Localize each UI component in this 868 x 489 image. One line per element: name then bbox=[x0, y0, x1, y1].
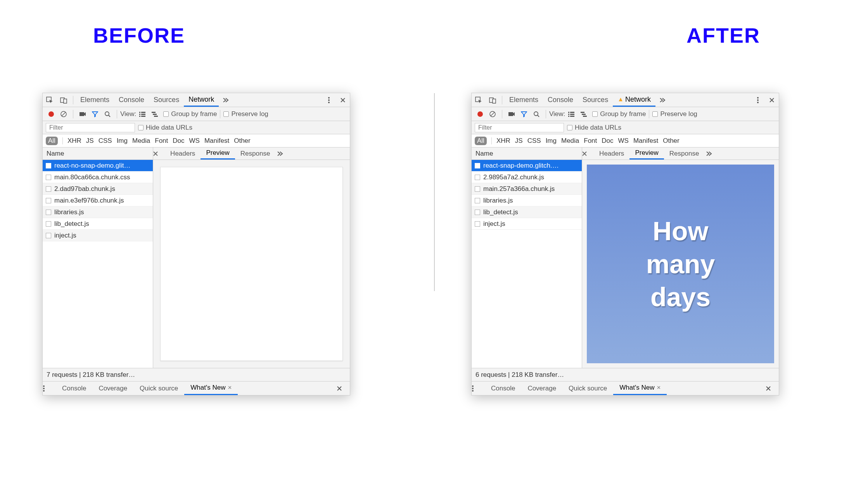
chip-css[interactable]: CSS bbox=[99, 137, 112, 145]
chip-ws[interactable]: WS bbox=[618, 137, 629, 145]
chip-all[interactable]: All bbox=[475, 137, 487, 145]
chip-doc[interactable]: Doc bbox=[602, 137, 613, 145]
chip-xhr[interactable]: XHR bbox=[67, 137, 81, 145]
close-drawer-icon[interactable] bbox=[766, 386, 779, 391]
chip-js[interactable]: JS bbox=[86, 137, 94, 145]
inspect-icon[interactable] bbox=[472, 94, 485, 106]
device-toggle-icon[interactable] bbox=[57, 94, 70, 106]
detail-tabs-overflow-icon[interactable] bbox=[706, 151, 712, 156]
request-row[interactable]: inject.js bbox=[43, 230, 153, 241]
close-devtools-icon[interactable] bbox=[766, 94, 778, 106]
record-button[interactable] bbox=[46, 109, 57, 120]
detail-tab-headers[interactable]: Headers bbox=[594, 147, 629, 160]
request-row[interactable]: main.e3ef976b.chunk.js bbox=[43, 195, 153, 206]
request-row[interactable]: libraries.js bbox=[43, 206, 153, 218]
clear-icon[interactable] bbox=[58, 109, 69, 120]
tab-sources[interactable]: Sources bbox=[149, 93, 184, 107]
hide-data-urls-checkbox[interactable]: Hide data URLs bbox=[138, 124, 192, 132]
drawer-tab-whats-new[interactable]: What's New× bbox=[613, 381, 667, 395]
request-row[interactable]: react-snap-demo.glitch.… bbox=[472, 160, 582, 172]
filter-input[interactable] bbox=[46, 123, 135, 132]
close-tab-icon[interactable]: × bbox=[657, 384, 661, 392]
close-detail-icon[interactable] bbox=[582, 151, 594, 156]
drawer-menu-icon[interactable] bbox=[472, 385, 485, 392]
tab-network[interactable]: ▲Network bbox=[613, 93, 655, 107]
tab-elements[interactable]: Elements bbox=[505, 93, 543, 107]
view-waterfall-icon[interactable] bbox=[578, 109, 589, 120]
search-icon[interactable] bbox=[531, 109, 542, 120]
chip-other[interactable]: Other bbox=[234, 137, 251, 145]
device-toggle-icon[interactable] bbox=[486, 94, 499, 106]
request-row[interactable]: inject.js bbox=[472, 218, 582, 230]
view-list-icon[interactable] bbox=[137, 109, 148, 120]
chip-other[interactable]: Other bbox=[663, 137, 680, 145]
drawer-tab-coverage[interactable]: Coverage bbox=[521, 381, 562, 395]
group-by-frame-checkbox[interactable]: Group by frame bbox=[592, 110, 646, 118]
column-name[interactable]: Name bbox=[43, 147, 153, 160]
chip-doc[interactable]: Doc bbox=[173, 137, 184, 145]
record-button[interactable] bbox=[475, 109, 486, 120]
drawer-menu-icon[interactable] bbox=[43, 385, 56, 392]
drawer-tab-console[interactable]: Console bbox=[56, 381, 92, 395]
clear-icon[interactable] bbox=[487, 109, 498, 120]
chip-ws[interactable]: WS bbox=[189, 137, 200, 145]
tab-network[interactable]: Network bbox=[184, 93, 219, 107]
request-row[interactable]: react-no-snap-demo.glit… bbox=[43, 160, 153, 172]
preserve-log-checkbox[interactable]: Preserve log bbox=[652, 110, 697, 118]
drawer-tab-coverage[interactable]: Coverage bbox=[92, 381, 133, 395]
close-tab-icon[interactable]: × bbox=[228, 384, 232, 392]
camera-icon[interactable] bbox=[506, 109, 517, 120]
hide-data-urls-checkbox[interactable]: Hide data URLs bbox=[567, 124, 621, 132]
detail-tab-preview[interactable]: Preview bbox=[201, 147, 235, 160]
search-icon[interactable] bbox=[102, 109, 113, 120]
drawer-tab-whats-new[interactable]: What's New× bbox=[184, 381, 238, 395]
detail-tab-preview[interactable]: Preview bbox=[629, 147, 664, 160]
column-name[interactable]: Name bbox=[472, 147, 582, 160]
detail-tab-headers[interactable]: Headers bbox=[165, 147, 201, 160]
tab-sources[interactable]: Sources bbox=[578, 93, 613, 107]
tab-console[interactable]: Console bbox=[543, 93, 578, 107]
chip-font[interactable]: Font bbox=[155, 137, 168, 145]
kebab-menu-icon[interactable] bbox=[752, 94, 764, 106]
chip-all[interactable]: All bbox=[46, 137, 58, 145]
detail-tab-response[interactable]: Response bbox=[664, 147, 705, 160]
drawer-tab-quick-source[interactable]: Quick source bbox=[133, 381, 184, 395]
tab-elements[interactable]: Elements bbox=[76, 93, 114, 107]
tabs-overflow-icon[interactable] bbox=[656, 94, 669, 106]
filter-icon[interactable] bbox=[519, 109, 529, 120]
inspect-icon[interactable] bbox=[43, 94, 56, 106]
request-row[interactable]: main.257a366a.chunk.js bbox=[472, 183, 582, 195]
close-drawer-icon[interactable] bbox=[337, 386, 350, 391]
filter-icon[interactable] bbox=[90, 109, 100, 120]
chip-img[interactable]: Img bbox=[117, 137, 128, 145]
request-row[interactable]: lib_detect.js bbox=[472, 206, 582, 218]
request-row[interactable]: lib_detect.js bbox=[43, 218, 153, 230]
chip-js[interactable]: JS bbox=[515, 137, 523, 145]
chip-manifest[interactable]: Manifest bbox=[204, 137, 229, 145]
filter-input[interactable] bbox=[475, 123, 564, 132]
detail-tabs-overflow-icon[interactable] bbox=[277, 151, 283, 156]
tab-console[interactable]: Console bbox=[114, 93, 149, 107]
request-row[interactable]: main.80ca66ca.chunk.css bbox=[43, 172, 153, 183]
chip-media[interactable]: Media bbox=[132, 137, 150, 145]
chip-font[interactable]: Font bbox=[584, 137, 597, 145]
chip-media[interactable]: Media bbox=[561, 137, 579, 145]
close-devtools-icon[interactable] bbox=[337, 94, 349, 106]
tabs-overflow-icon[interactable] bbox=[220, 94, 232, 106]
chip-img[interactable]: Img bbox=[546, 137, 557, 145]
drawer-tab-console[interactable]: Console bbox=[485, 381, 521, 395]
chip-css[interactable]: CSS bbox=[527, 137, 541, 145]
view-waterfall-icon[interactable] bbox=[149, 109, 160, 120]
request-row[interactable]: 2.dad97bab.chunk.js bbox=[43, 183, 153, 195]
close-detail-icon[interactable] bbox=[153, 151, 165, 156]
drawer-tab-quick-source[interactable]: Quick source bbox=[562, 381, 613, 395]
view-list-icon[interactable] bbox=[566, 109, 577, 120]
kebab-menu-icon[interactable] bbox=[323, 94, 335, 106]
request-row[interactable]: libraries.js bbox=[472, 195, 582, 206]
preserve-log-checkbox[interactable]: Preserve log bbox=[223, 110, 268, 118]
detail-tab-response[interactable]: Response bbox=[235, 147, 276, 160]
chip-xhr[interactable]: XHR bbox=[496, 137, 510, 145]
group-by-frame-checkbox[interactable]: Group by frame bbox=[163, 110, 217, 118]
request-row[interactable]: 2.9895a7a2.chunk.js bbox=[472, 172, 582, 183]
camera-icon[interactable] bbox=[77, 109, 88, 120]
